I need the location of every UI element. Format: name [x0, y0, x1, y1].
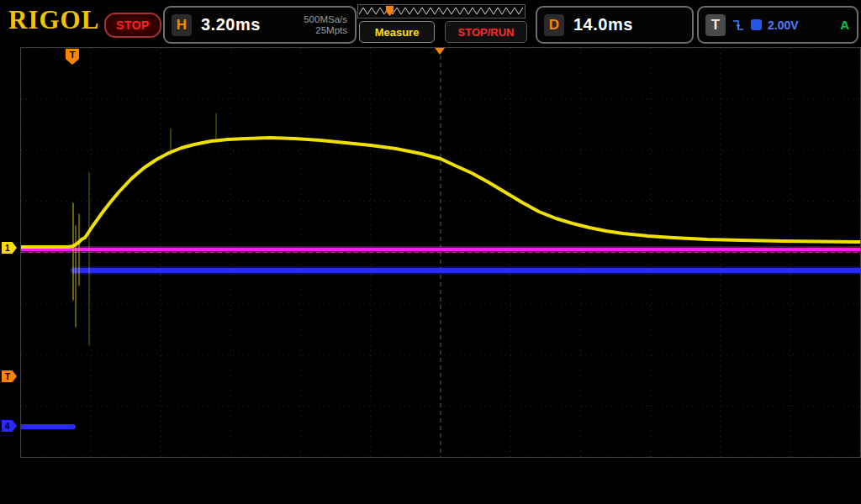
- horizontal-icon: H: [172, 14, 192, 36]
- waveform-canvas: [21, 48, 860, 457]
- horizontal-position-bar[interactable]: [357, 4, 526, 18]
- bottom-bar: 1 5.00V 0.00V 2 3.00V 0.00V 3 1.20V 0.00…: [0, 458, 861, 504]
- waveform-overview: [359, 5, 524, 18]
- delay-value: 14.0ms: [573, 15, 633, 34]
- delay-reference-marker-icon: [435, 48, 445, 55]
- brand-logo: RIGOL: [8, 5, 99, 35]
- stop-run-button[interactable]: STOP/RUN: [445, 21, 527, 43]
- trigger-level-marker[interactable]: T: [2, 370, 17, 382]
- sample-rate: 500MSa/s: [304, 14, 347, 25]
- acquisition-info: 500MSa/s 25Mpts: [304, 14, 347, 36]
- trigger-source-icon: [751, 19, 762, 30]
- trigger-icon: T: [705, 14, 726, 36]
- trigger-slope-icon: [732, 18, 745, 32]
- trigger-mode-auto: A: [840, 18, 849, 32]
- run-state-indicator: STOP: [104, 13, 161, 38]
- ch4-ground-marker[interactable]: 4: [2, 420, 17, 432]
- horizontal-timebase-panel[interactable]: H 3.20ms 500MSa/s 25Mpts: [163, 6, 357, 44]
- timebase-value: 3.20ms: [201, 15, 261, 34]
- trigger-panel[interactable]: T 2.00V A: [697, 6, 858, 44]
- delay-panel[interactable]: D 14.0ms: [536, 6, 694, 44]
- top-bar: RIGOL STOP H 3.20ms 500MSa/s 25Mpts Meas…: [0, 0, 861, 46]
- waveform-display: [20, 47, 861, 458]
- delay-icon: D: [544, 14, 564, 36]
- ch1-ground-marker[interactable]: 1: [2, 242, 17, 254]
- memory-depth: 25Mpts: [304, 25, 347, 36]
- trigger-level-value: 2.00V: [768, 18, 799, 32]
- measure-button[interactable]: Measure: [359, 21, 435, 43]
